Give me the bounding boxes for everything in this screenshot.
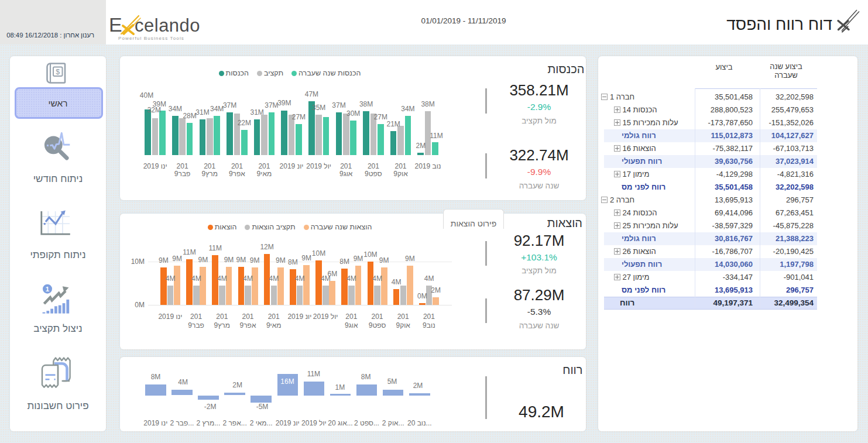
- svg-text:1: 1: [46, 286, 50, 293]
- svg-text:$: $: [56, 68, 60, 76]
- svg-text:celando: celando: [135, 15, 200, 36]
- svg-text:E: E: [109, 13, 122, 36]
- svg-text:Powerful Business Tools: Powerful Business Tools: [118, 36, 184, 41]
